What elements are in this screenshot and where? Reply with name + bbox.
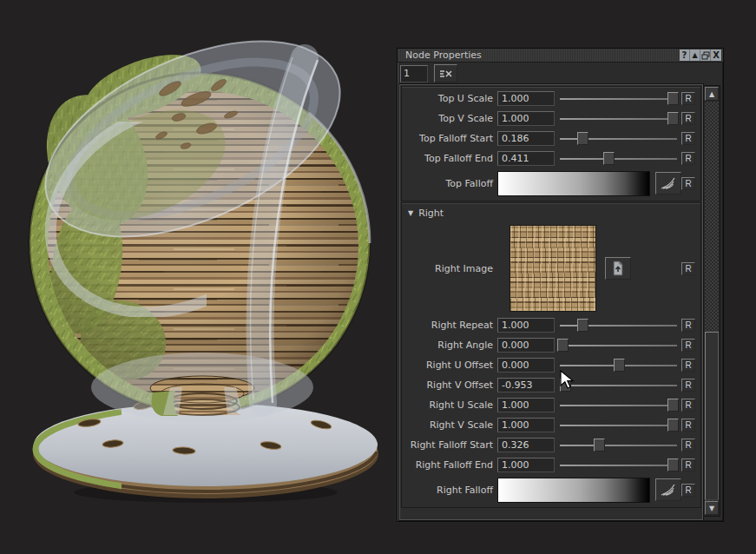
top-falloff-start-label: Top Falloff Start xyxy=(402,133,497,144)
top-v-scale-slider[interactable] xyxy=(560,111,677,126)
top-falloff-label: Top Falloff xyxy=(402,178,497,189)
top-v-scale-slider-track[interactable] xyxy=(560,118,677,120)
right-v-scale-value[interactable] xyxy=(497,418,555,432)
top-falloff-start-reset-button[interactable]: R xyxy=(681,132,695,145)
right-repeat-label: Right Repeat xyxy=(402,320,497,331)
top-falloff-curve-button[interactable] xyxy=(655,172,681,195)
right-falloff-gradient-strip[interactable] xyxy=(497,478,650,503)
right-v-scale-row: Right V ScaleR xyxy=(402,415,700,435)
right-image-thumbnail[interactable] xyxy=(509,225,596,312)
right-v-scale-slider-track[interactable] xyxy=(560,425,677,426)
right-angle-slider-handle[interactable] xyxy=(557,339,569,352)
right-v-offset-slider-track[interactable] xyxy=(560,385,677,386)
right-u-scale-slider-track[interactable] xyxy=(560,405,677,406)
right-falloff-end-reset-button[interactable]: R xyxy=(681,458,695,472)
top-u-scale-label: Top U Scale xyxy=(402,93,497,104)
top-falloff-end-value[interactable] xyxy=(497,151,555,166)
edit-nodes-button[interactable] xyxy=(434,64,457,82)
right-u-offset-slider[interactable] xyxy=(560,358,677,373)
right-angle-slider[interactable] xyxy=(560,338,677,353)
right-falloff-row: Right Falloff R xyxy=(402,475,700,505)
right-falloff-end-value[interactable] xyxy=(497,458,555,472)
top-u-scale-reset-button[interactable]: R xyxy=(681,92,695,105)
right-repeat-slider[interactable] xyxy=(560,318,677,333)
top-falloff-row: Top Falloff R xyxy=(402,168,700,198)
right-falloff-start-reset-button[interactable]: R xyxy=(681,439,695,452)
right-falloff-start-slider[interactable] xyxy=(560,438,677,452)
top-u-scale-slider-handle[interactable] xyxy=(667,92,679,105)
titlebar[interactable]: Node Properties ? ▲ X xyxy=(398,49,723,63)
collapse-icon[interactable]: ▲ xyxy=(690,49,700,61)
right-falloff-end-slider-track[interactable] xyxy=(560,465,677,466)
right-falloff-start-slider-track[interactable] xyxy=(560,445,677,446)
right-image-reset-button[interactable]: R xyxy=(681,262,695,275)
section-header-right[interactable]: ▼Right xyxy=(402,205,700,221)
top-falloff-start-value[interactable] xyxy=(497,131,555,146)
right-v-scale-reset-button[interactable]: R xyxy=(681,419,695,432)
top-falloff-reset-button[interactable]: R xyxy=(681,177,695,190)
top-u-scale-row: Top U ScaleR xyxy=(402,89,700,109)
top-falloff-gradient-strip[interactable] xyxy=(497,171,650,196)
right-v-offset-label: Right V Offset xyxy=(402,379,497,391)
right-falloff-end-slider[interactable] xyxy=(560,458,677,472)
preview-count-input[interactable] xyxy=(400,65,428,82)
right-repeat-row: Right RepeatR xyxy=(402,315,700,335)
top-falloff-end-slider-handle[interactable] xyxy=(603,152,615,165)
right-v-scale-slider[interactable] xyxy=(560,418,677,432)
properties-scroll-area: Top U ScaleRTop V ScaleRTop Falloff Star… xyxy=(399,84,703,520)
restore-icon[interactable] xyxy=(700,49,711,61)
top-v-scale-value[interactable] xyxy=(497,111,555,126)
load-image-icon xyxy=(611,261,625,276)
top-falloff-end-slider[interactable] xyxy=(560,151,677,166)
right-u-offset-value[interactable] xyxy=(497,358,555,373)
vertical-scrollbar[interactable]: ▲ ▼ xyxy=(703,85,720,517)
top-falloff-start-row: Top Falloff StartR xyxy=(402,129,700,148)
top-u-scale-slider[interactable] xyxy=(560,91,677,106)
scrollbar-thumb[interactable] xyxy=(705,332,719,500)
right-u-scale-value[interactable] xyxy=(497,398,555,412)
section-collapse-icon[interactable]: ▼ xyxy=(408,209,413,217)
right-falloff-start-value[interactable] xyxy=(497,438,555,452)
right-falloff-end-label: Right Falloff End xyxy=(402,459,497,471)
close-icon[interactable]: X xyxy=(711,49,721,61)
right-falloff-end-slider-handle[interactable] xyxy=(667,458,679,472)
right-u-scale-reset-button[interactable]: R xyxy=(681,399,695,412)
group-right-properties: ▼RightRight Image RRight RepeatRRight An… xyxy=(401,202,701,508)
top-falloff-end-label: Top Falloff End xyxy=(402,153,497,164)
right-falloff-curve-button[interactable] xyxy=(655,478,681,501)
right-falloff-reset-button[interactable]: R xyxy=(681,484,695,497)
top-v-scale-reset-button[interactable]: R xyxy=(681,112,695,125)
right-repeat-reset-button[interactable]: R xyxy=(681,319,695,332)
scroll-down-button[interactable]: ▼ xyxy=(705,501,719,515)
right-falloff-start-row: Right Falloff StartR xyxy=(402,435,700,455)
right-u-offset-label: Right U Offset xyxy=(402,359,497,371)
top-falloff-start-slider-handle[interactable] xyxy=(577,132,588,145)
right-angle-reset-button[interactable]: R xyxy=(681,339,695,352)
right-falloff-end-row: Right Falloff EndR xyxy=(402,455,700,475)
top-falloff-end-slider-track[interactable] xyxy=(560,158,677,160)
right-v-offset-slider[interactable] xyxy=(560,378,677,392)
right-u-scale-slider-handle[interactable] xyxy=(667,399,679,412)
right-falloff-start-slider-handle[interactable] xyxy=(594,439,605,452)
right-angle-value[interactable] xyxy=(497,338,555,353)
right-image-load-button[interactable] xyxy=(605,257,631,280)
window-title: Node Properties xyxy=(405,49,482,62)
scroll-up-button[interactable]: ▲ xyxy=(705,87,719,101)
top-falloff-start-slider[interactable] xyxy=(560,131,677,146)
right-angle-slider-track[interactable] xyxy=(560,345,677,346)
right-v-offset-reset-button[interactable]: R xyxy=(681,379,695,392)
right-v-offset-slider-handle[interactable] xyxy=(560,379,571,392)
top-falloff-end-reset-button[interactable]: R xyxy=(681,152,695,165)
top-v-scale-slider-handle[interactable] xyxy=(667,112,679,125)
top-u-scale-value[interactable] xyxy=(497,91,555,106)
right-angle-row: Right AngleR xyxy=(402,335,700,355)
right-v-offset-value[interactable] xyxy=(497,378,555,392)
right-u-scale-slider[interactable] xyxy=(560,398,677,412)
right-u-offset-slider-handle[interactable] xyxy=(614,359,625,372)
right-v-scale-slider-handle[interactable] xyxy=(667,419,679,432)
right-repeat-value[interactable] xyxy=(497,318,555,333)
help-icon[interactable]: ? xyxy=(680,49,690,61)
right-u-offset-reset-button[interactable]: R xyxy=(681,359,695,372)
top-u-scale-slider-track[interactable] xyxy=(560,98,677,100)
right-repeat-slider-handle[interactable] xyxy=(577,319,588,332)
